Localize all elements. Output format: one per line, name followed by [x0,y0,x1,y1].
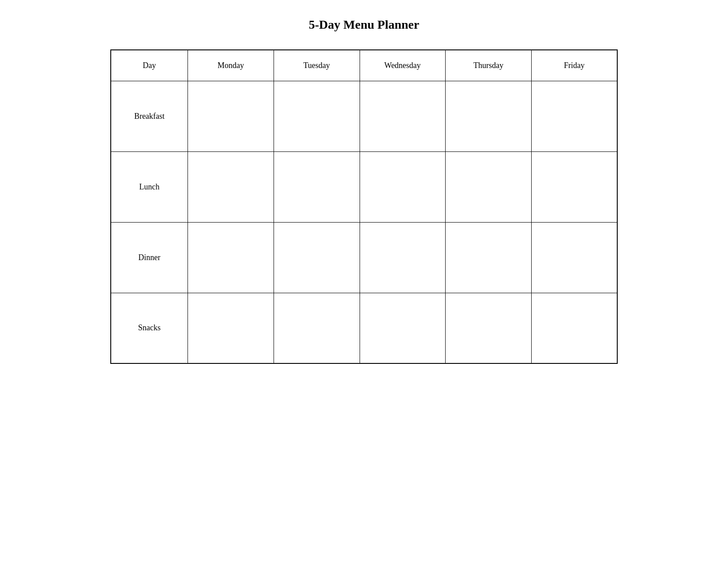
row-snacks: Snacks [111,293,617,363]
header-row: Day Monday Tuesday Wednesday Thursday Fr… [111,50,617,81]
cell-friday-dinner[interactable] [531,222,617,293]
cell-monday-breakfast[interactable] [188,81,274,151]
cell-thursday-breakfast[interactable] [446,81,532,151]
cell-monday-dinner[interactable] [188,222,274,293]
row-lunch: Lunch [111,151,617,222]
cell-tuesday-lunch[interactable] [274,151,360,222]
page-title: 5-Day Menu Planner [309,18,419,32]
row-dinner: Dinner [111,222,617,293]
cell-tuesday-dinner[interactable] [274,222,360,293]
cell-tuesday-snacks[interactable] [274,293,360,363]
cell-friday-snacks[interactable] [531,293,617,363]
meal-label-lunch: Lunch [111,151,188,222]
meal-label-dinner: Dinner [111,222,188,293]
col-header-day: Day [111,50,188,81]
cell-thursday-lunch[interactable] [446,151,532,222]
cell-wednesday-snacks[interactable] [360,293,446,363]
cell-monday-lunch[interactable] [188,151,274,222]
row-breakfast: Breakfast [111,81,617,151]
cell-tuesday-breakfast[interactable] [274,81,360,151]
col-header-tuesday: Tuesday [274,50,360,81]
cell-thursday-snacks[interactable] [446,293,532,363]
menu-planner-table: Day Monday Tuesday Wednesday Thursday Fr… [110,49,618,364]
cell-monday-snacks[interactable] [188,293,274,363]
cell-wednesday-lunch[interactable] [360,151,446,222]
meal-label-breakfast: Breakfast [111,81,188,151]
col-header-friday: Friday [531,50,617,81]
col-header-wednesday: Wednesday [360,50,446,81]
cell-wednesday-dinner[interactable] [360,222,446,293]
cell-friday-breakfast[interactable] [531,81,617,151]
col-header-monday: Monday [188,50,274,81]
cell-friday-lunch[interactable] [531,151,617,222]
cell-thursday-dinner[interactable] [446,222,532,293]
col-header-thursday: Thursday [446,50,532,81]
cell-wednesday-breakfast[interactable] [360,81,446,151]
meal-label-snacks: Snacks [111,293,188,363]
